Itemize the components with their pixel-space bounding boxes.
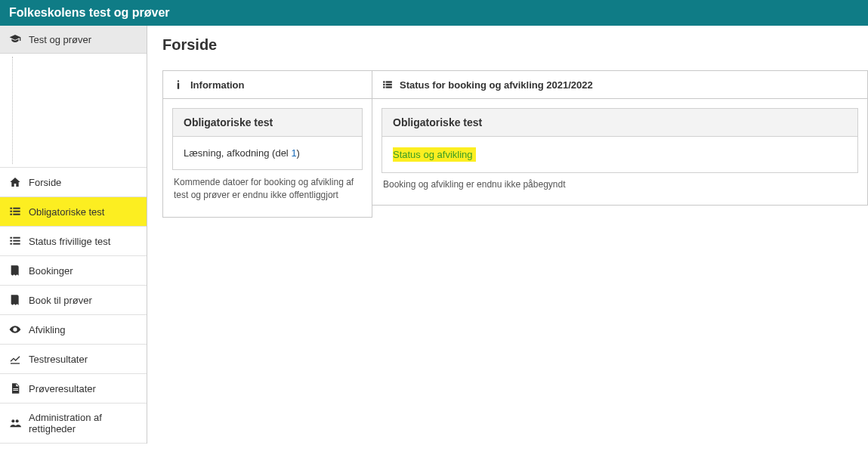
status-subcard: Obligatoriske test Status og afvikling xyxy=(381,108,858,173)
eye-icon xyxy=(9,323,21,335)
info-subcard: Obligatoriske test Læsning, afkodning (d… xyxy=(172,108,363,170)
svg-rect-13 xyxy=(13,390,18,391)
svg-rect-18 xyxy=(383,84,385,85)
status-panel: Status for booking og afvikling 2021/202… xyxy=(372,70,868,206)
nav-item-book-til-pr-ver[interactable]: Book til prøver xyxy=(0,285,147,314)
status-note: Booking og afvikling er endnu ikke påbeg… xyxy=(381,173,858,196)
nav-item-label: Testresultater xyxy=(29,354,88,365)
list-icon xyxy=(9,206,21,218)
sidebar-header[interactable]: Test og prøver xyxy=(0,26,147,54)
information-panel-title: Information xyxy=(190,79,245,91)
info-icon xyxy=(172,79,184,91)
nav-item-bookinger[interactable]: Bookinger xyxy=(0,255,147,285)
nav-item-status-frivillige-test[interactable]: Status frivillige test xyxy=(0,226,147,255)
nav-item-forside[interactable]: Forside xyxy=(0,167,147,196)
svg-rect-2 xyxy=(10,211,12,212)
svg-rect-1 xyxy=(13,208,20,209)
nav-item-label: Administration af rettigheder xyxy=(29,412,137,434)
list-icon xyxy=(381,79,394,91)
nav-item-label: Prøveresultater xyxy=(29,383,96,394)
doc-icon xyxy=(9,382,21,394)
users-icon xyxy=(9,417,21,429)
nav-item-obligatoriske-test[interactable]: Obligatoriske test xyxy=(0,196,147,226)
nav-item-administration-af-rettigheder[interactable]: Administration af rettigheder xyxy=(0,403,147,444)
svg-rect-3 xyxy=(13,211,20,212)
info-text-suffix: ) xyxy=(297,147,300,159)
nav-item-pr-veresultater[interactable]: Prøveresultater xyxy=(0,373,147,403)
svg-rect-6 xyxy=(10,237,12,239)
status-afvikling-link[interactable]: Status og afvikling xyxy=(393,149,473,160)
svg-rect-16 xyxy=(383,81,385,82)
page-title: Forside xyxy=(162,36,868,54)
svg-rect-7 xyxy=(13,237,20,239)
info-text-prefix: Læsning, afkodning (del xyxy=(184,147,291,159)
status-link-highlight: Status og afvikling xyxy=(393,147,476,162)
nav-item-afvikling[interactable]: Afvikling xyxy=(0,314,147,344)
svg-rect-10 xyxy=(10,243,12,245)
book-icon xyxy=(9,294,21,306)
nav-item-label: Obligatoriske test xyxy=(29,206,104,218)
info-text-num: 1 xyxy=(291,147,296,159)
nav-item-testresultater[interactable]: Testresultater xyxy=(0,344,147,373)
svg-rect-5 xyxy=(13,214,20,215)
sidebar-header-label: Test og prøver xyxy=(29,34,91,45)
sidebar-nav: ForsideObligatoriske testStatus frivilli… xyxy=(0,167,147,444)
svg-rect-21 xyxy=(386,86,392,88)
svg-rect-8 xyxy=(10,240,12,242)
app-header: Folkeskolens test og prøver xyxy=(0,0,868,26)
nav-item-label: Bookinger xyxy=(29,265,73,277)
svg-point-15 xyxy=(16,419,19,422)
info-subcard-body: Læsning, afkodning (del 1) xyxy=(173,137,362,169)
svg-rect-19 xyxy=(386,84,392,85)
nav-item-label: Forside xyxy=(29,177,61,188)
info-subcard-title: Obligatoriske test xyxy=(173,109,362,137)
info-footer-text: Kommende datoer for booking og afvikling… xyxy=(172,170,363,208)
status-panel-title: Status for booking og afvikling 2021/202… xyxy=(400,79,593,91)
svg-rect-17 xyxy=(386,81,392,82)
home-icon xyxy=(9,176,21,188)
svg-point-14 xyxy=(11,419,14,422)
svg-rect-11 xyxy=(13,243,20,245)
book-icon xyxy=(9,264,21,277)
sidebar: Test og prøver ForsideObligatoriske test… xyxy=(0,26,147,444)
list-icon xyxy=(9,235,21,247)
main-content: Forside Information Obligatoriske test L… xyxy=(147,26,868,444)
nav-item-label: Afvikling xyxy=(29,324,65,335)
sidebar-tree xyxy=(0,54,147,167)
information-panel: Information Obligatoriske test Læsning, … xyxy=(162,70,372,218)
svg-rect-0 xyxy=(10,208,12,209)
information-panel-header: Information xyxy=(163,71,372,99)
svg-rect-12 xyxy=(13,388,18,389)
svg-rect-20 xyxy=(383,86,385,88)
nav-item-label: Status frivillige test xyxy=(29,236,110,247)
svg-rect-4 xyxy=(10,214,12,215)
nav-item-label: Book til prøver xyxy=(29,295,92,306)
app-title: Folkeskolens test og prøver xyxy=(9,6,170,19)
svg-rect-9 xyxy=(13,240,20,242)
status-subcard-title: Obligatoriske test xyxy=(382,109,857,137)
graduation-cap-icon xyxy=(9,33,21,45)
chart-icon xyxy=(9,353,21,365)
status-panel-header: Status for booking og afvikling 2021/202… xyxy=(372,71,867,99)
